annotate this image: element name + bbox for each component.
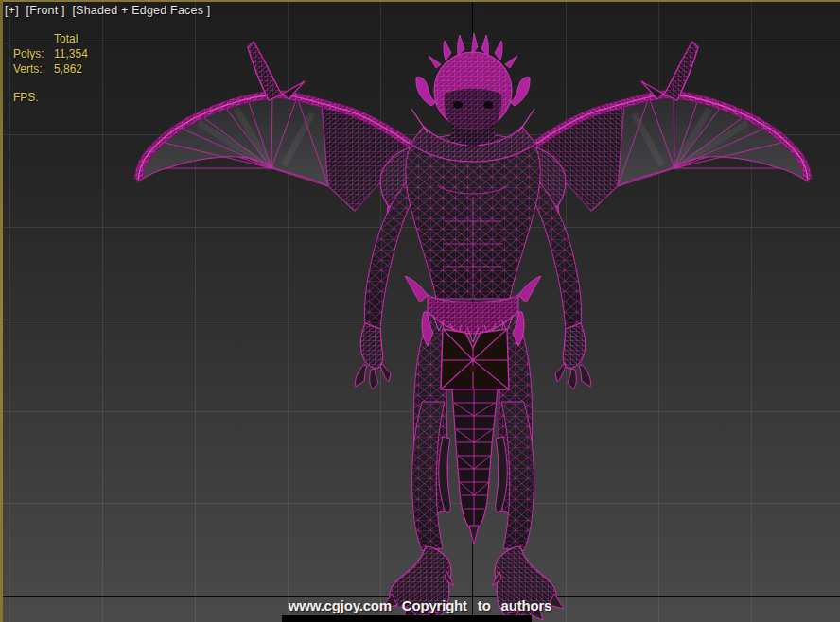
viewport-label: [+] [Front ] [Shaded + Edged Faces ] [5, 4, 214, 17]
fps-label: FPS: [13, 90, 39, 105]
skirt-ribbed-strip [452, 389, 498, 544]
viewport-canvas[interactable] [0, 0, 840, 622]
stats-total-header: Total [54, 31, 78, 46]
eye-right [483, 101, 493, 109]
polys-value: 11,354 [54, 46, 88, 61]
stats-header-row: Total [13, 31, 88, 46]
verts-value: 5,862 [54, 61, 82, 77]
viewport-menu-shading[interactable]: [Shaded + Edged Faces ] [72, 4, 210, 17]
viewport-front[interactable]: [+] [Front ] [Shaded + Edged Faces ] Tot… [0, 0, 840, 622]
viewport-menu-general[interactable]: [+] [5, 4, 19, 17]
watermark-text: www.cgjoy.com Copyright to authors [0, 597, 840, 613]
polys-label: Polys: [13, 46, 54, 61]
stats-verts-row: Verts: 5,862 [13, 61, 88, 77]
head [416, 33, 530, 148]
stats-fps-row: FPS: [13, 90, 88, 105]
wing-right [536, 42, 808, 211]
horn-left [416, 77, 436, 106]
viewport-menu-view[interactable]: [Front ] [26, 4, 65, 17]
eye-left [453, 101, 463, 109]
statistics-panel: Total Polys: 11,354 Verts: 5,862 FPS: [13, 31, 88, 105]
active-viewport-border-left [0, 0, 3, 622]
wing-left [138, 42, 410, 211]
active-viewport-border-top [0, 0, 840, 2]
horn-right [510, 77, 530, 106]
model-winged-demon[interactable] [138, 33, 808, 621]
skirt-tip [469, 526, 479, 544]
verts-label: Verts: [13, 61, 54, 77]
bottom-black-bar [282, 615, 532, 622]
stats-polys-row: Polys: 11,354 [13, 46, 88, 61]
